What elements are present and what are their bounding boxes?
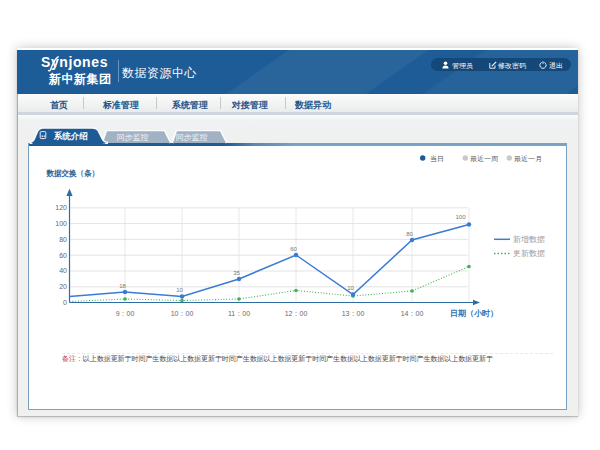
svg-text:12：00: 12：00	[285, 310, 308, 317]
svg-text:日期（小时）: 日期（小时）	[450, 309, 498, 318]
svg-text:最近一月: 最近一月	[514, 155, 542, 163]
svg-text:80: 80	[406, 231, 413, 237]
svg-text:18: 18	[119, 283, 126, 289]
svg-text:更新数据: 更新数据	[513, 249, 545, 258]
svg-text:60: 60	[59, 252, 67, 259]
svg-text:新增数据: 新增数据	[513, 235, 545, 244]
svg-text:数据交换（条）: 数据交换（条）	[46, 169, 99, 178]
svg-text:100: 100	[455, 214, 466, 220]
svg-text:10：00: 10：00	[171, 310, 194, 317]
svg-text:100: 100	[55, 220, 67, 227]
svg-text:当日: 当日	[430, 155, 444, 163]
svg-text:13：00: 13：00	[342, 310, 365, 317]
svg-text:80: 80	[59, 236, 67, 243]
svg-text:40: 40	[59, 267, 67, 274]
svg-text:10: 10	[176, 287, 183, 293]
svg-text:最近一周: 最近一周	[470, 155, 498, 162]
svg-text:0: 0	[63, 299, 67, 306]
svg-text:10: 10	[347, 285, 354, 291]
svg-text:11：00: 11：00	[228, 310, 250, 317]
svg-text:120: 120	[55, 204, 67, 211]
svg-text:35: 35	[233, 270, 240, 276]
svg-text:14：00: 14：00	[401, 310, 424, 317]
svg-text:20: 20	[59, 283, 67, 290]
svg-text:60: 60	[290, 246, 297, 252]
svg-text:9：00: 9：00	[116, 310, 135, 317]
